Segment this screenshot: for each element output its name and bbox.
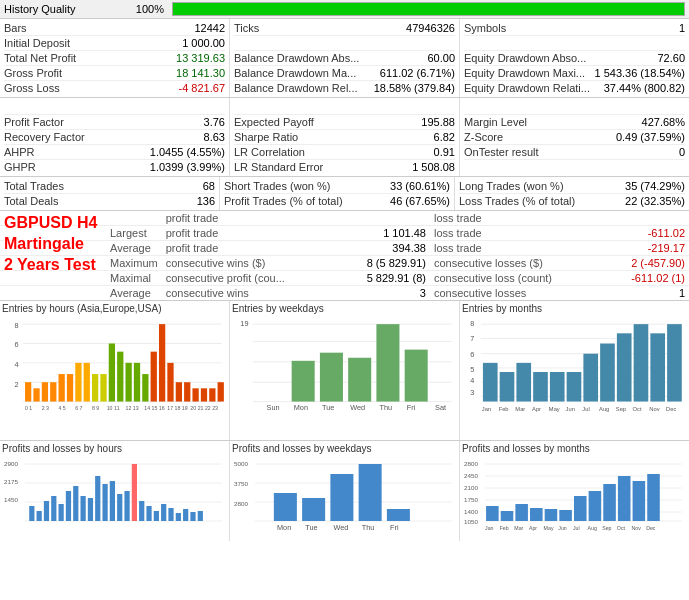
svg-text:2: 2 bbox=[15, 380, 19, 389]
svg-rect-29 bbox=[192, 388, 198, 401]
svg-text:6 7: 6 7 bbox=[75, 405, 82, 411]
col-right-1: Symbols 1 Equity Drawdown Abso... 72.60 … bbox=[460, 19, 689, 97]
profit-trades-label: Profit Trades (% of total) bbox=[224, 195, 343, 207]
profits-by-hours-svg: 2900 2175 1450 bbox=[2, 456, 227, 536]
eq-dd-max-value: 1 543.36 (18.54%) bbox=[594, 67, 685, 79]
svg-rect-125 bbox=[168, 508, 173, 521]
svg-rect-167 bbox=[603, 484, 616, 521]
svg-text:12 13: 12 13 bbox=[125, 405, 138, 411]
bal-dd-max-label: Balance Drawdown Ma... bbox=[234, 67, 356, 79]
entries-by-weekdays-chart: Entries by weekdays 19 bbox=[230, 301, 460, 440]
svg-rect-106 bbox=[29, 506, 34, 521]
col-mid-2: Expected Payoff 195.88 Sharpe Ratio 6.82… bbox=[230, 98, 460, 176]
eq-dd-abs-value: 72.60 bbox=[657, 52, 685, 64]
svg-text:2 3: 2 3 bbox=[42, 405, 49, 411]
svg-text:8: 8 bbox=[15, 321, 19, 330]
svg-text:6: 6 bbox=[470, 350, 474, 359]
svg-text:Tue: Tue bbox=[322, 403, 334, 412]
svg-rect-163 bbox=[545, 509, 558, 521]
svg-text:3750: 3750 bbox=[234, 480, 249, 487]
profits-by-weekdays-svg: 5000 3750 2800 Mon Tue Wed Thu Fri bbox=[232, 456, 457, 536]
lr-correlation-row: LR Correlation 0.91 bbox=[234, 145, 455, 160]
svg-rect-120 bbox=[132, 464, 137, 521]
svg-rect-11 bbox=[42, 382, 48, 401]
svg-rect-161 bbox=[515, 504, 528, 521]
ontester-row: OnTester result 0 bbox=[464, 145, 685, 160]
eq-dd-abs-label: Equity Drawdown Abso... bbox=[464, 52, 586, 64]
bal-dd-rel-value: 18.58% (379.84) bbox=[374, 82, 455, 94]
svg-rect-111 bbox=[66, 491, 71, 521]
sharpe-ratio-value: 6.82 bbox=[434, 131, 455, 143]
svg-rect-18 bbox=[100, 374, 106, 402]
ahpr-value: 1.0455 (4.55%) bbox=[150, 146, 225, 158]
svg-rect-32 bbox=[218, 382, 224, 401]
stats-row2: Profit Factor 3.76 Recovery Factor 8.63 … bbox=[0, 98, 689, 177]
svg-text:Wed: Wed bbox=[350, 403, 365, 412]
initial-deposit-row: Initial Deposit 1 000.00 bbox=[4, 36, 225, 51]
svg-text:8 9: 8 9 bbox=[92, 405, 99, 411]
overlay-line3: 2 Years Test bbox=[4, 256, 96, 273]
gross-profit-value: 18 141.30 bbox=[176, 67, 225, 79]
lr-correlation-label: LR Correlation bbox=[234, 146, 305, 158]
svg-rect-168 bbox=[618, 476, 631, 521]
expected-payoff-label: Expected Payoff bbox=[234, 116, 314, 128]
svg-rect-9 bbox=[25, 382, 31, 401]
svg-rect-113 bbox=[80, 496, 85, 521]
svg-text:0 1: 0 1 bbox=[25, 405, 32, 411]
col-mid-3: Short Trades (won %) 33 (60.61%) Profit … bbox=[220, 177, 455, 210]
eq-dd-rel-label: Equity Drawdown Relati... bbox=[464, 82, 590, 94]
svg-text:Jun: Jun bbox=[566, 406, 575, 412]
svg-text:Aug: Aug bbox=[588, 525, 597, 531]
total-net-profit-row: Total Net Profit 13 319.63 bbox=[4, 51, 225, 66]
svg-rect-24 bbox=[151, 352, 157, 402]
svg-rect-108 bbox=[44, 501, 49, 521]
svg-text:Jun: Jun bbox=[558, 525, 567, 531]
svg-text:2450: 2450 bbox=[464, 472, 479, 479]
svg-rect-117 bbox=[110, 481, 115, 521]
svg-text:4: 4 bbox=[15, 360, 19, 369]
svg-rect-31 bbox=[209, 388, 215, 401]
svg-text:Nov: Nov bbox=[632, 525, 642, 531]
svg-text:Dec: Dec bbox=[666, 406, 676, 412]
hq-bar bbox=[173, 3, 684, 15]
svg-rect-75 bbox=[483, 363, 498, 402]
col-left-3: Total Trades 68 Total Deals 136 bbox=[0, 177, 220, 210]
svg-text:Feb: Feb bbox=[499, 406, 509, 412]
svg-rect-51 bbox=[320, 353, 343, 402]
svg-rect-123 bbox=[154, 511, 159, 521]
lr-std-error-value: 1 508.08 bbox=[412, 161, 455, 173]
svg-text:Aug: Aug bbox=[599, 406, 609, 412]
svg-rect-82 bbox=[600, 344, 615, 402]
eq-dd-rel-value: 37.44% (800.82) bbox=[604, 82, 685, 94]
margin-level-label: Margin Level bbox=[464, 116, 527, 128]
svg-rect-12 bbox=[50, 382, 56, 401]
svg-text:17 18 19: 17 18 19 bbox=[167, 405, 187, 411]
svg-rect-84 bbox=[634, 324, 649, 401]
ghpr-row: GHPR 1.0399 (3.99%) bbox=[4, 160, 225, 174]
svg-rect-28 bbox=[184, 382, 190, 401]
largest-row: Largest profit trade 1 101.48 loss trade… bbox=[0, 226, 689, 241]
lr-std-error-row: LR Standard Error 1 508.08 bbox=[234, 160, 455, 174]
svg-rect-13 bbox=[59, 374, 65, 402]
total-trades-row: Total Trades 68 bbox=[4, 179, 215, 194]
top-charts-row: Entries by hours (Asia,Europe,USA) 8 6 4… bbox=[0, 301, 689, 441]
main-container: History Quality 100% Bars 12442 Initial … bbox=[0, 0, 689, 541]
svg-text:8: 8 bbox=[470, 319, 474, 328]
svg-text:2900: 2900 bbox=[4, 460, 19, 467]
bal-dd-max-row: Balance Drawdown Ma... 611.02 (6.71%) bbox=[234, 66, 455, 81]
bars-label: Bars bbox=[4, 22, 27, 34]
svg-rect-141 bbox=[387, 509, 410, 521]
profit-factor-row: Profit Factor 3.76 bbox=[4, 115, 225, 130]
lr-std-error-label: LR Standard Error bbox=[234, 161, 323, 173]
svg-text:Sun: Sun bbox=[267, 403, 280, 412]
svg-text:Sat: Sat bbox=[435, 403, 446, 412]
svg-rect-23 bbox=[142, 374, 148, 402]
col-right-2: Margin Level 427.68% Z-Score 0.49 (37.59… bbox=[460, 98, 689, 176]
long-trades-row: Long Trades (won %) 35 (74.29%) bbox=[459, 179, 685, 194]
svg-text:Oct: Oct bbox=[633, 406, 642, 412]
hq-label: History Quality bbox=[4, 3, 124, 15]
symbols-value: 1 bbox=[679, 22, 685, 34]
svg-text:Jul: Jul bbox=[573, 525, 580, 531]
svg-text:19: 19 bbox=[240, 319, 248, 328]
z-score-label: Z-Score bbox=[464, 131, 503, 143]
